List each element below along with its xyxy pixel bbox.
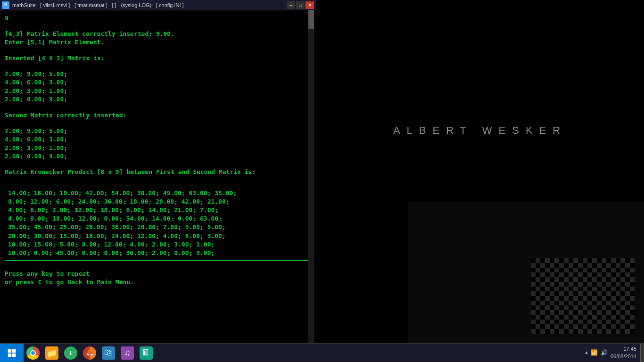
window-title: mathSuite - [ vlist1.msvl ] - [ tmat.msm…: [12, 2, 184, 8]
terminal-matrix-box: 14.00; 18.00; 10.00; 42.00; 54.00; 30.00…: [5, 186, 311, 261]
terminal-line-6: Matrix Kronecker Product [8 x 9] between…: [5, 168, 311, 176]
tray-up-arrow-icon[interactable]: ▲: [585, 350, 588, 355]
terminal-matrix-3: 14.00; 18.00; 10.00; 42.00; 54.00; 30.00…: [8, 189, 308, 258]
terminal-line-3: Enter [5,1] Matrix Element.: [5, 38, 311, 47]
terminal-line-2: [4,3] Matrix Element correctly inserted:…: [5, 30, 311, 38]
terminal-matrix-1: 7.00; 9.00; 5.00; 4.00; 6.00; 3.00; 2.00…: [5, 70, 311, 104]
scrollbar-thumb[interactable]: [308, 10, 314, 29]
terminal-footer-1: Press any key to repeat: [5, 270, 311, 278]
tray-network-icon[interactable]: 📶: [591, 349, 598, 356]
title-bar: M mathSuite - [ vlist1.msvl ] - [ tmat.m…: [0, 0, 316, 10]
terminal-line-1: 9: [5, 14, 311, 23]
terminal-matrix-2: 7.00; 9.00; 5.00; 4.00; 6.00; 3.00; 2.00…: [5, 127, 311, 161]
car-image-area: [408, 202, 644, 343]
taskbar-bittorrent[interactable]: ⬇: [61, 344, 80, 362]
terminal-footer-2: or press C to go Back to Main Menu.: [5, 278, 311, 287]
app-icon: M: [2, 1, 9, 9]
taskbar-chrome[interactable]: [24, 344, 42, 362]
terminal-line-5: Second Matrix correctly inserted:: [5, 111, 311, 120]
taskbar: 📁 ⬇ 🦊 🛍 ♫ 🖩 ▲ 📶 🔊 17:45 06/08/2014: [0, 343, 644, 362]
desktop-background: ALBERT WESKER: [316, 0, 644, 343]
minimize-button[interactable]: –: [287, 1, 295, 9]
system-clock[interactable]: 17:45 06/08/2014: [611, 346, 640, 360]
svg-rect-2: [8, 353, 12, 357]
taskbar-file-manager[interactable]: 📁: [42, 344, 61, 362]
tray-volume-icon[interactable]: 🔊: [601, 349, 608, 356]
svg-rect-0: [8, 349, 12, 353]
window-controls: – □ ✕: [287, 1, 314, 9]
system-tray-icons: ▲ 📶 🔊: [582, 349, 611, 356]
show-desktop-button[interactable]: [640, 344, 644, 362]
windows-logo-icon: [7, 348, 17, 358]
terminal-window: 9 [4,3] Matrix Element correctly inserte…: [0, 10, 316, 362]
svg-rect-3: [12, 353, 16, 357]
close-button[interactable]: ✕: [305, 1, 314, 9]
checkered-pattern: [531, 258, 635, 334]
taskbar-calculator[interactable]: 🖩: [137, 344, 156, 362]
taskbar-firefox[interactable]: 🦊: [80, 344, 99, 362]
start-button[interactable]: [0, 344, 24, 362]
taskbar-store[interactable]: 🛍: [99, 344, 118, 362]
clock-time: 17:45: [611, 346, 636, 353]
maximize-button[interactable]: □: [296, 1, 305, 9]
terminal-line-4: Inserted [4 X 3] Matrix is:: [5, 54, 311, 63]
scrollbar[interactable]: [308, 10, 314, 362]
desktop-text: ALBERT WESKER: [393, 124, 567, 137]
taskbar-itunes[interactable]: ♫: [118, 344, 137, 362]
clock-date: 06/08/2014: [611, 353, 636, 360]
svg-rect-1: [12, 349, 16, 353]
